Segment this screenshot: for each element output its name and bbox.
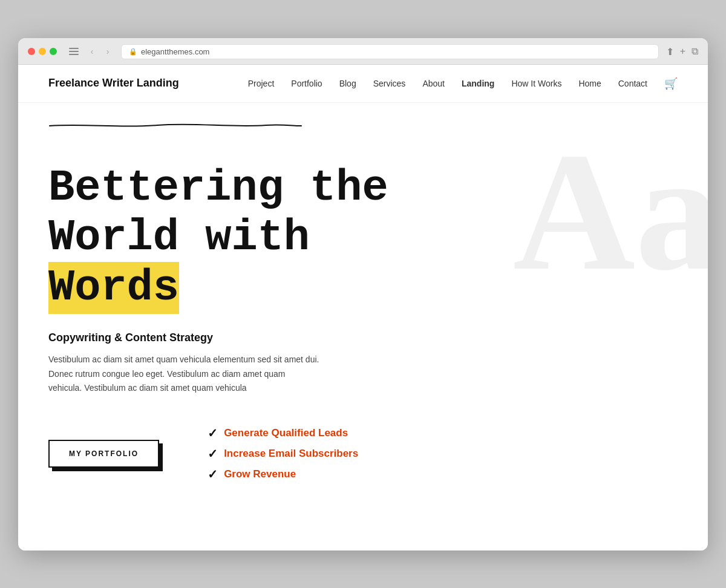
lock-icon: 🔒 (129, 48, 137, 56)
sidebar-toggle-icon[interactable] (69, 48, 79, 55)
portfolio-button-wrapper: MY PORTFOLIO (48, 440, 159, 468)
browser-nav: ‹ › (86, 45, 114, 57)
cart-icon[interactable]: 🛒 (664, 77, 678, 90)
hero-title-line1: Bettering the (48, 163, 388, 213)
decorative-line (48, 121, 302, 128)
checklist: ✓ Generate Qualified Leads ✓ Increase Em… (208, 426, 358, 482)
hero-title-highlight: Words (48, 262, 179, 314)
nav-item-blog[interactable]: Blog (339, 79, 356, 88)
forward-button[interactable]: › (102, 45, 114, 57)
checklist-item-3: ✓ Grow Revenue (208, 467, 358, 482)
cta-row: MY PORTFOLIO ✓ Generate Qualified Leads … (48, 426, 678, 482)
hero-inner: Bettering the World with Words Copywriti… (48, 163, 678, 482)
navbar: Freelance Writer Landing Project Portfol… (18, 65, 708, 103)
share-icon[interactable]: ⬆ (666, 46, 674, 57)
checklist-item-1: ✓ Generate Qualified Leads (208, 426, 358, 440)
checklist-label-3: Grow Revenue (224, 468, 296, 480)
hero-description: Vestibulum ac diam sit amet quam vehicul… (48, 353, 321, 396)
tab-overview-icon[interactable]: ⧉ (692, 46, 698, 57)
browser-actions: ⬆ + ⧉ (666, 46, 698, 57)
url-text: elegantthemes.com (141, 47, 209, 56)
site-logo[interactable]: Freelance Writer Landing (48, 77, 179, 90)
nav-item-how-it-works[interactable]: How It Works (511, 79, 561, 88)
nav-item-contact[interactable]: Contact (618, 79, 647, 88)
hero-section: Aa Bettering the World with Words Copywr… (18, 103, 708, 550)
portfolio-button[interactable]: MY PORTFOLIO (48, 440, 159, 468)
address-bar[interactable]: 🔒 elegantthemes.com (121, 44, 659, 59)
hero-title-line2: World with (48, 213, 310, 263)
hero-title: Bettering the World with Words (48, 163, 411, 313)
minimize-button[interactable] (39, 48, 46, 55)
nav-item-services[interactable]: Services (373, 79, 406, 88)
nav-item-home[interactable]: Home (578, 79, 601, 88)
check-icon-2: ✓ (208, 446, 218, 461)
checklist-item-2: ✓ Increase Email Subscribers (208, 446, 358, 461)
new-tab-icon[interactable]: + (680, 46, 685, 57)
nav-links: Project Portfolio Blog Services About La… (248, 77, 678, 90)
browser-window: ‹ › 🔒 elegantthemes.com ⬆ + ⧉ Freelance … (18, 38, 708, 550)
maximize-button[interactable] (50, 48, 57, 55)
check-icon-1: ✓ (208, 426, 218, 440)
checklist-label-1: Generate Qualified Leads (224, 427, 348, 439)
nav-item-landing[interactable]: Landing (462, 79, 494, 88)
close-button[interactable] (28, 48, 35, 55)
traffic-lights (28, 48, 57, 55)
browser-chrome: ‹ › 🔒 elegantthemes.com ⬆ + ⧉ (18, 38, 708, 65)
back-button[interactable]: ‹ (86, 45, 98, 57)
nav-item-portfolio[interactable]: Portfolio (291, 79, 322, 88)
nav-item-about[interactable]: About (422, 79, 445, 88)
nav-item-project[interactable]: Project (248, 79, 275, 88)
hero-subtitle: Copywriting & Content Strategy (48, 332, 678, 344)
page-content: Freelance Writer Landing Project Portfol… (18, 65, 708, 550)
checklist-label-2: Increase Email Subscribers (224, 448, 358, 460)
check-icon-3: ✓ (208, 467, 218, 482)
